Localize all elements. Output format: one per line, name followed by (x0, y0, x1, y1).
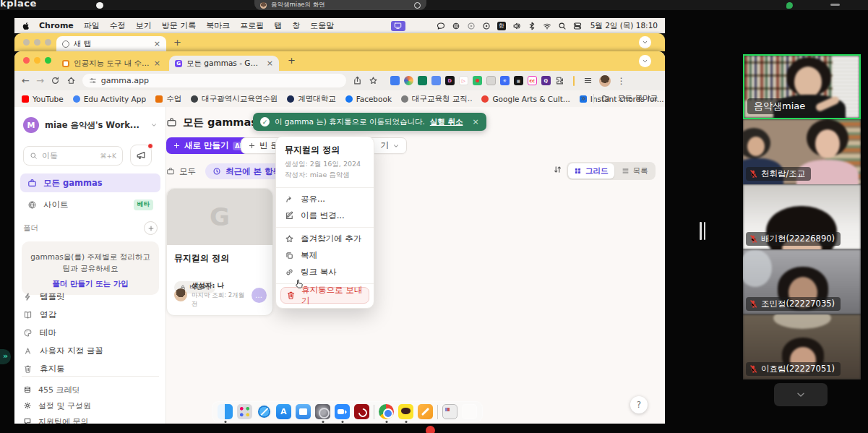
sidebar-item-trash[interactable]: 휴지통 (23, 361, 158, 376)
sidebar-search-input[interactable]: 이동 ⌘+K (23, 146, 123, 166)
filter-all[interactable]: 모두 (166, 166, 196, 177)
back-button[interactable]: ← (22, 76, 30, 85)
participant-video-3[interactable]: 배기현(22226890) (743, 184, 861, 249)
dock-app-store-icon[interactable] (276, 404, 291, 419)
chat-bubble-icon[interactable] (437, 22, 445, 30)
extension-keyboard-icon[interactable] (486, 76, 496, 85)
dock-safari-icon[interactable] (257, 404, 272, 419)
dock-kakaotalk-icon[interactable] (398, 404, 413, 419)
extensions-puzzle-icon[interactable] (555, 76, 564, 85)
dock-chrome-icon[interactable] (379, 404, 394, 419)
dock-launchpad-icon[interactable] (237, 404, 252, 419)
announcements-button[interactable] (130, 145, 152, 166)
play-circle-icon[interactable] (467, 22, 476, 30)
extension-camera-icon[interactable] (473, 76, 482, 85)
extension-grid-icon[interactable] (431, 76, 441, 85)
extension-snowflake-icon[interactable]: ✳ (500, 76, 510, 85)
tab-close-icon[interactable]: × (154, 40, 160, 48)
dock-trash-icon[interactable] (462, 404, 477, 419)
tab-search-chevron[interactable] (639, 55, 651, 67)
traffic-light-zoom[interactable] (45, 57, 51, 64)
bookmark-item[interactable]: Edu Activity App (73, 95, 146, 103)
bookmark-item[interactable]: 계명대학교 (287, 94, 336, 104)
dock-pencil-app-icon[interactable] (418, 404, 433, 419)
sidebar-item-settings[interactable]: 설정 및 구성원 (23, 399, 158, 412)
play-circle-dark-icon[interactable] (482, 22, 491, 30)
menu-item[interactable]: 수정 (110, 20, 126, 31)
grid-view-button[interactable]: 그리드 (568, 163, 614, 179)
bookmark-item[interactable]: Facebook (345, 95, 392, 103)
menu-item[interactable]: 보기 (136, 20, 152, 31)
creative-cloud-icon[interactable] (452, 22, 460, 30)
bookmark-item[interactable]: Instant chords for... (580, 95, 664, 103)
extension-pink-icon[interactable]: ▷ (459, 76, 468, 85)
create-folder-link[interactable]: 폴더 만들기 또는 가입 (29, 279, 152, 289)
sidebar-item-all-gammas[interactable]: 모든 gammas (20, 173, 160, 192)
dock-acrobat-icon[interactable] (354, 404, 369, 419)
sidebar-collapse-toggle[interactable]: » (0, 349, 11, 364)
traffic-light-close[interactable] (23, 39, 30, 46)
control-center-icon[interactable] (573, 22, 582, 30)
sidebar-item-support[interactable]: 지원팀에 문의 (23, 415, 158, 424)
list-view-button[interactable]: 목록 (616, 163, 654, 179)
more-participants-button[interactable] (774, 383, 828, 406)
traffic-light-minimize[interactable] (34, 39, 40, 46)
background-browser-window[interactable]: 새 탭 × + (14, 33, 665, 51)
extension-translate-icon[interactable] (390, 76, 400, 85)
undo-link[interactable]: 실행 취소 (430, 117, 463, 127)
address-bar[interactable]: gamma.app (82, 74, 346, 87)
traffic-light-minimize[interactable] (34, 57, 40, 64)
menu-bar-clock[interactable]: 5월 2일 (목) 18:10 (590, 21, 658, 31)
traffic-light-close[interactable] (23, 57, 30, 64)
new-tab-button[interactable]: + (173, 37, 181, 48)
menu-item[interactable]: 창 (292, 20, 300, 31)
participant-video-1[interactable]: 음악샘miae (743, 54, 861, 119)
apple-logo-icon[interactable] (22, 22, 30, 30)
gamma-card[interactable]: G 뮤지컬의 정의 비공개 생성자: 나 마지막 조회: 2개월 전 … (166, 188, 273, 316)
sort-icon[interactable] (553, 165, 562, 174)
participant-video-4[interactable]: 조민정(22227035) (743, 249, 861, 314)
window-control-dash[interactable] (830, 4, 840, 6)
screen-share-indicator-icon[interactable] (391, 21, 405, 31)
sidebar-item-templates[interactable]: 템플릿 (23, 289, 158, 304)
menu-item-rename[interactable]: 이름 변경... (276, 207, 374, 224)
menu-item-favorite[interactable]: 즐겨찾기에 추가 (276, 231, 374, 247)
menu-item-send-to-trash[interactable]: 휴지통으로 보내기 (280, 287, 369, 304)
extension-cc-icon[interactable]: cc (528, 76, 537, 85)
extension-d-icon[interactable]: D (445, 76, 455, 85)
menu-app-name[interactable]: Chrome (39, 21, 74, 30)
participant-video-5[interactable]: 이효림(22227051) (743, 314, 861, 380)
menu-item[interactable]: 프로필 (240, 20, 264, 31)
menu-item-duplicate[interactable]: 복제 (276, 247, 374, 264)
menu-item[interactable]: 탭 (274, 20, 282, 31)
zoom-viewing-pill[interactable]: 음악샘miae의 화면 (254, 0, 426, 10)
dock-system-settings-icon[interactable] (315, 404, 330, 419)
tab-close-icon[interactable]: × (154, 59, 160, 67)
forward-button[interactable]: → (36, 76, 44, 85)
reading-list-icon[interactable] (583, 76, 593, 85)
new-tab-button[interactable]: + (288, 55, 296, 66)
sidebar-item-custom-fonts[interactable]: 사용자 지정 글꼴 (23, 343, 158, 358)
bookmark-item[interactable]: 대구광역시교육연수원 (191, 94, 278, 104)
menu-item[interactable]: 방문 기록 (162, 20, 197, 31)
panel-drag-handle[interactable] (700, 222, 706, 240)
traffic-light-zoom[interactable] (45, 39, 51, 46)
reload-button[interactable] (51, 76, 60, 85)
bookmark-item[interactable]: Google Arts & Cult... (481, 95, 570, 103)
bookmark-star-icon[interactable] (369, 76, 378, 85)
dock-finder-icon[interactable] (218, 404, 233, 419)
profile-avatar[interactable] (599, 75, 611, 87)
home-button[interactable] (66, 76, 76, 85)
spotlight-search-icon[interactable] (558, 22, 567, 30)
sidebar-item-credits[interactable]: 455 크레딧 (23, 383, 158, 396)
menu-item-copy-link[interactable]: 링크 복사 (276, 264, 374, 280)
bluetooth-icon[interactable] (528, 22, 536, 30)
dock-zoom-icon[interactable] (335, 404, 350, 419)
menu-item[interactable]: 북마크 (206, 20, 230, 31)
toast-close-icon[interactable]: × (472, 117, 478, 127)
bookmark-item[interactable]: 대구교육청 교직.. (401, 94, 473, 104)
workspace-switcher[interactable]: M miae 음악샘's Work... (23, 117, 158, 133)
sidebar-item-inspiration[interactable]: 영감 (23, 307, 158, 322)
bookmark-item[interactable]: 수업 (155, 94, 181, 104)
volume-icon[interactable] (512, 22, 521, 30)
